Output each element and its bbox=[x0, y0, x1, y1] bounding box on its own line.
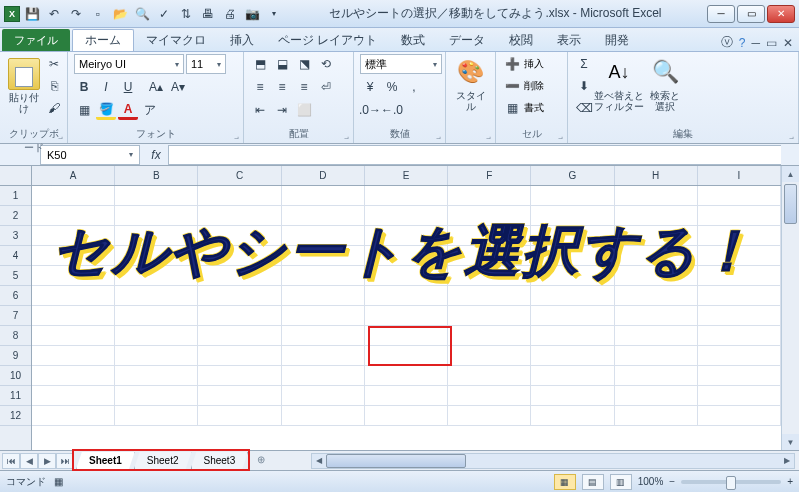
sheet-first-icon[interactable]: ⏮ bbox=[2, 453, 20, 469]
sheet-prev-icon[interactable]: ◀ bbox=[20, 453, 38, 469]
zoom-slider[interactable] bbox=[681, 480, 781, 484]
align-center-icon[interactable]: ≡ bbox=[272, 77, 292, 97]
row-header[interactable]: 2 bbox=[0, 206, 31, 226]
format-button[interactable]: ▦書式 bbox=[502, 98, 544, 118]
shrink-font-icon[interactable]: A▾ bbox=[168, 77, 188, 97]
tab-insert[interactable]: 挿入 bbox=[218, 29, 266, 51]
view-pagebreak-icon[interactable]: ▥ bbox=[610, 474, 632, 490]
row-header[interactable]: 10 bbox=[0, 366, 31, 386]
qat-save-icon[interactable]: 💾 bbox=[22, 4, 42, 24]
qat-sort-icon[interactable]: ⇅ bbox=[176, 4, 196, 24]
tab-review[interactable]: 校閲 bbox=[497, 29, 545, 51]
clear-icon[interactable]: ⌫ bbox=[574, 98, 594, 118]
horizontal-scrollbar[interactable]: ◀ ▶ bbox=[311, 453, 795, 469]
row-header[interactable]: 9 bbox=[0, 346, 31, 366]
col-header[interactable]: A bbox=[32, 166, 115, 185]
hscroll-thumb[interactable] bbox=[326, 454, 466, 468]
scroll-left-icon[interactable]: ◀ bbox=[312, 454, 326, 468]
sheet-last-icon[interactable]: ⏭ bbox=[56, 453, 74, 469]
tab-pagelayout[interactable]: ページ レイアウト bbox=[266, 29, 389, 51]
minimize-button[interactable]: ─ bbox=[707, 5, 735, 23]
orientation-icon[interactable]: ⟲ bbox=[316, 54, 336, 74]
row-header[interactable]: 11 bbox=[0, 386, 31, 406]
comma-icon[interactable]: , bbox=[404, 77, 424, 97]
row-header[interactable]: 3 bbox=[0, 226, 31, 246]
macro-record-icon[interactable]: ▦ bbox=[54, 476, 63, 487]
col-header[interactable]: C bbox=[198, 166, 281, 185]
sheet-tab[interactable]: Sheet1 bbox=[76, 452, 135, 470]
border-icon[interactable]: ▦ bbox=[74, 100, 94, 120]
delete-button[interactable]: ➖削除 bbox=[502, 76, 544, 96]
zoom-level[interactable]: 100% bbox=[638, 476, 664, 487]
underline-button[interactable]: U bbox=[118, 77, 138, 97]
view-normal-icon[interactable]: ▦ bbox=[554, 474, 576, 490]
indent-decrease-icon[interactable]: ⇤ bbox=[250, 100, 270, 120]
tab-view[interactable]: 表示 bbox=[545, 29, 593, 51]
paste-button[interactable]: 貼り付け bbox=[6, 56, 42, 116]
qat-camera-icon[interactable]: 📷 bbox=[242, 4, 262, 24]
close-button[interactable]: ✕ bbox=[767, 5, 795, 23]
tab-mymacro[interactable]: マイマクロ bbox=[134, 29, 218, 51]
phonetic-icon[interactable]: ア bbox=[140, 100, 160, 120]
align-middle-icon[interactable]: ⬓ bbox=[272, 54, 292, 74]
col-header[interactable]: D bbox=[282, 166, 365, 185]
col-header[interactable]: B bbox=[115, 166, 198, 185]
col-header[interactable]: F bbox=[448, 166, 531, 185]
font-name-combo[interactable]: Meiryo UI▾ bbox=[74, 54, 184, 74]
qat-check-icon[interactable]: ✓ bbox=[154, 4, 174, 24]
qat-print-icon[interactable]: 🖶 bbox=[198, 4, 218, 24]
wrap-text-icon[interactable]: ⏎ bbox=[316, 77, 336, 97]
currency-icon[interactable]: ¥ bbox=[360, 77, 380, 97]
align-bottom-icon[interactable]: ⬔ bbox=[294, 54, 314, 74]
align-top-icon[interactable]: ⬒ bbox=[250, 54, 270, 74]
qat-more-icon[interactable]: ▾ bbox=[264, 4, 284, 24]
col-header[interactable]: E bbox=[365, 166, 448, 185]
row-header[interactable]: 12 bbox=[0, 406, 31, 426]
fill-icon[interactable]: ⬇ bbox=[574, 76, 594, 96]
row-header[interactable]: 7 bbox=[0, 306, 31, 326]
copy-icon[interactable]: ⎘ bbox=[44, 76, 64, 96]
scroll-up-icon[interactable]: ▲ bbox=[782, 166, 799, 182]
select-all-corner[interactable] bbox=[0, 166, 32, 186]
find-select-button[interactable]: 🔍 検索と 選択 bbox=[644, 54, 686, 114]
cut-icon[interactable]: ✂ bbox=[44, 54, 64, 74]
tab-formulas[interactable]: 数式 bbox=[389, 29, 437, 51]
new-sheet-icon[interactable]: ⊕ bbox=[251, 452, 271, 468]
row-header[interactable]: 4 bbox=[0, 246, 31, 266]
name-box[interactable]: K50▾ bbox=[40, 145, 140, 165]
format-painter-icon[interactable]: 🖌 bbox=[44, 98, 64, 118]
increase-decimal-icon[interactable]: .0→ bbox=[360, 100, 380, 120]
sort-filter-button[interactable]: A↓ 並べ替えと フィルター bbox=[598, 54, 640, 114]
qat-quickprint-icon[interactable]: 🖨 bbox=[220, 4, 240, 24]
tab-developer[interactable]: 開発 bbox=[593, 29, 641, 51]
fx-icon[interactable]: fx bbox=[144, 148, 168, 162]
qat-open-icon[interactable]: 📂 bbox=[110, 4, 130, 24]
doc-restore-icon[interactable]: ▭ bbox=[766, 36, 777, 50]
tab-home[interactable]: ホーム bbox=[72, 29, 134, 51]
row-header[interactable]: 5 bbox=[0, 266, 31, 286]
file-tab[interactable]: ファイル bbox=[2, 29, 70, 51]
qat-redo-icon[interactable]: ↷ bbox=[66, 4, 86, 24]
autosum-icon[interactable]: Σ bbox=[574, 54, 594, 74]
number-format-combo[interactable]: 標準▾ bbox=[360, 54, 442, 74]
sheet-tab[interactable]: Sheet2 bbox=[134, 452, 192, 470]
tab-data[interactable]: データ bbox=[437, 29, 497, 51]
align-right-icon[interactable]: ≡ bbox=[294, 77, 314, 97]
sheet-next-icon[interactable]: ▶ bbox=[38, 453, 56, 469]
qat-undo-icon[interactable]: ↶ bbox=[44, 4, 64, 24]
scroll-thumb[interactable] bbox=[784, 184, 797, 224]
maximize-button[interactable]: ▭ bbox=[737, 5, 765, 23]
merge-icon[interactable]: ⬜ bbox=[294, 100, 314, 120]
collapse-ribbon-icon[interactable]: ⓥ bbox=[721, 34, 733, 51]
doc-minimize-icon[interactable]: ─ bbox=[751, 36, 760, 50]
row-header[interactable]: 1 bbox=[0, 186, 31, 206]
italic-button[interactable]: I bbox=[96, 77, 116, 97]
formula-input[interactable] bbox=[168, 145, 781, 165]
col-header[interactable]: H bbox=[615, 166, 698, 185]
styles-button[interactable]: 🎨 スタイル bbox=[452, 54, 489, 114]
doc-close-icon[interactable]: ✕ bbox=[783, 36, 793, 50]
indent-increase-icon[interactable]: ⇥ bbox=[272, 100, 292, 120]
font-size-combo[interactable]: 11▾ bbox=[186, 54, 226, 74]
col-header[interactable]: G bbox=[531, 166, 614, 185]
vertical-scrollbar[interactable]: ▲ ▼ bbox=[781, 166, 799, 450]
